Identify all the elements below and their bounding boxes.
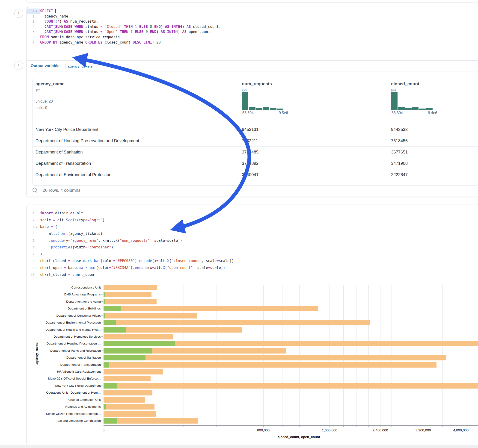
search-icon[interactable] bbox=[32, 188, 38, 193]
add-cell-button-top[interactable]: + bbox=[14, 9, 23, 18]
code-text: .properties(width="container") bbox=[40, 244, 113, 251]
histogram-min-label: 53,304 bbox=[242, 111, 254, 115]
closed-count-bar bbox=[104, 404, 155, 410]
x-axis-tick bbox=[380, 426, 380, 427]
open-count-bar bbox=[104, 348, 152, 354]
python-code-editor[interactable]: 1∨import altair as alt2∨scale = alt.Scal… bbox=[27, 205, 478, 278]
output-variable-pill[interactable]: agency_tickets bbox=[65, 63, 93, 69]
code-line[interactable]: 3∨base = ( bbox=[27, 224, 478, 230]
open-count-bar bbox=[104, 327, 126, 333]
table-row[interactable]: New York City Police Department945313194… bbox=[33, 124, 478, 135]
histogram-max-label: 9.5e6 bbox=[279, 111, 288, 115]
x-axis-tick bbox=[356, 426, 357, 427]
code-text: import altair as alt bbox=[40, 210, 83, 217]
line-gutter: 3∨ bbox=[27, 224, 40, 230]
fold-chevron-icon[interactable]: ∨ bbox=[35, 8, 38, 14]
code-line[interactable]: 1∨import altair as alt bbox=[27, 210, 478, 217]
y-axis-tick bbox=[101, 358, 103, 358]
y-axis-label: Taxi and Limousine Commission bbox=[27, 419, 101, 423]
table-cell: 2240041 bbox=[242, 169, 258, 180]
previous-cell-fragment bbox=[26, 0, 478, 2]
table-row[interactable]: Department of Transportation377489234719… bbox=[33, 158, 478, 169]
x-axis-tick bbox=[329, 426, 330, 427]
code-line[interactable]: 1∨SELECT bbox=[27, 8, 478, 14]
x-axis-tick bbox=[413, 426, 413, 427]
table-cell: 3471908 bbox=[391, 158, 408, 169]
x-axis-tick bbox=[470, 426, 470, 427]
y-axis-label: DHS Advantage Programs bbox=[27, 292, 101, 297]
dataframe-preview-table[interactable]: agency_namestrunique: 20nulls: 0num_requ… bbox=[32, 78, 478, 186]
y-axis-tick bbox=[101, 365, 103, 365]
y-axis-tick bbox=[101, 288, 103, 288]
column-name: num_requests bbox=[242, 81, 272, 87]
code-line[interactable]: 10∨chart_closed + chart_open bbox=[27, 272, 478, 278]
code-line[interactable]: 3∨ COUNT(*) AS num_requests, bbox=[27, 19, 478, 24]
table-header: agency_namestrunique: 20nulls: 0num_requ… bbox=[33, 78, 478, 124]
code-line[interactable]: 6∨FROM sample_data.nyc.service_requests bbox=[27, 35, 478, 40]
column-stat: unique: 20 bbox=[36, 99, 53, 104]
y-axis-tick bbox=[101, 393, 103, 393]
code-text: .encode(y="agency_name", x=alt.X("num_re… bbox=[40, 237, 182, 244]
table-cell: Department of Transportation bbox=[36, 158, 91, 169]
x-axis-title: closed_count, open_count bbox=[278, 435, 320, 439]
code-text: COUNT(*) AS num_requests, bbox=[40, 19, 98, 24]
y-axis-tick bbox=[101, 294, 103, 295]
code-line[interactable]: 7∨) bbox=[27, 251, 478, 258]
code-line[interactable]: 6∨ .properties(width="container") bbox=[27, 244, 478, 251]
closed-count-bar bbox=[104, 369, 163, 374]
code-line[interactable]: 4∨ alt.Chart(agency_tickets) bbox=[27, 230, 478, 237]
closed-count-bar bbox=[104, 376, 151, 381]
x-axis-tick-label: 3,200,000 bbox=[415, 428, 431, 432]
table-row[interactable]: Department of Environmental Protection22… bbox=[33, 169, 478, 180]
y-axis-label: Department of Consumer Affairs bbox=[27, 314, 101, 318]
code-line[interactable]: 4∨ CAST(SUM(CASE WHEN status = 'Closed' … bbox=[27, 24, 478, 30]
sql-code-editor[interactable]: 1∨SELECT 2∨ agency_name,3∨ COUNT(*) AS n… bbox=[27, 7, 478, 61]
open-count-bar bbox=[104, 383, 117, 389]
y-axis-label: Department for the Aging bbox=[27, 300, 101, 304]
code-text: chart_open = base.mark_bar(color="#8BC34… bbox=[40, 265, 225, 272]
code-line[interactable]: 9∨chart_open = base.mark_bar(color="#8BC… bbox=[27, 265, 478, 272]
line-gutter: 9∨ bbox=[27, 265, 40, 272]
code-text: scale = alt.Scale(type="sqrt") bbox=[40, 217, 105, 224]
x-axis-tick-label: 0 bbox=[103, 428, 104, 432]
closed-count-bar bbox=[104, 418, 198, 423]
fold-chevron-icon[interactable]: ∨ bbox=[35, 224, 38, 230]
code-line[interactable]: 8∨chart_closed = base.mark_bar(color="#F… bbox=[27, 258, 478, 265]
table-cell: 2222847 bbox=[391, 169, 408, 180]
y-axis-tick bbox=[101, 386, 103, 386]
code-line[interactable]: 5∨ .encode(y="agency_name", x=alt.X("num… bbox=[27, 237, 478, 244]
chart-plot-area bbox=[104, 285, 478, 425]
x-axis-tick-label: 4,000,000 bbox=[453, 428, 469, 432]
line-gutter: 6∨ bbox=[27, 244, 40, 251]
python-cell-card: 1∨import altair as alt2∨scale = alt.Scal… bbox=[26, 205, 478, 445]
code-text: SELECT bbox=[40, 8, 56, 14]
x-axis-tick bbox=[315, 426, 315, 427]
x-axis-tick bbox=[391, 426, 392, 427]
code-line[interactable]: 7∨GROUP BY agency_name ORDER BY closed_c… bbox=[27, 40, 478, 45]
table-row[interactable]: Department of Sanitation37494853677651 bbox=[33, 146, 478, 158]
open-count-bar bbox=[104, 306, 121, 311]
code-line[interactable]: 2∨ agency_name, bbox=[27, 14, 478, 19]
output-variable-row: Output variable: agency_tickets bbox=[27, 61, 478, 71]
code-line[interactable]: 5∨ CAST(SUM(CASE WHEN status = 'Open' TH… bbox=[27, 29, 478, 35]
line-gutter: 7∨ bbox=[27, 40, 40, 45]
x-axis-tick bbox=[442, 426, 443, 427]
y-axis-label: New York City Police Department bbox=[27, 384, 101, 388]
add-cell-button-middle[interactable]: + bbox=[14, 61, 23, 70]
x-axis-tick bbox=[452, 426, 452, 427]
table-row[interactable]: Department of Housing Preservation and D… bbox=[33, 135, 478, 146]
code-text: ) bbox=[40, 251, 42, 258]
altair-chart: Correspondence UnitDHS Advantage Program… bbox=[27, 285, 478, 442]
open-count-bar bbox=[104, 418, 117, 423]
y-axis-tick bbox=[101, 421, 103, 421]
y-axis-label: HRA Benefit Card Replacement bbox=[27, 370, 101, 374]
code-line[interactable]: 2∨scale = alt.Scale(type="sqrt") bbox=[27, 217, 478, 224]
table-cell: 9453131 bbox=[242, 124, 258, 135]
open-count-bar bbox=[104, 313, 105, 318]
code-text: GROUP BY agency_name ORDER BY closed_cou… bbox=[40, 40, 161, 45]
line-gutter: 5∨ bbox=[27, 29, 40, 35]
y-axis-label: Correspondence Unit bbox=[27, 286, 101, 290]
y-axis-tick bbox=[101, 414, 103, 414]
output-variable-label: Output variable: bbox=[31, 64, 61, 68]
x-axis-tick bbox=[423, 426, 423, 427]
